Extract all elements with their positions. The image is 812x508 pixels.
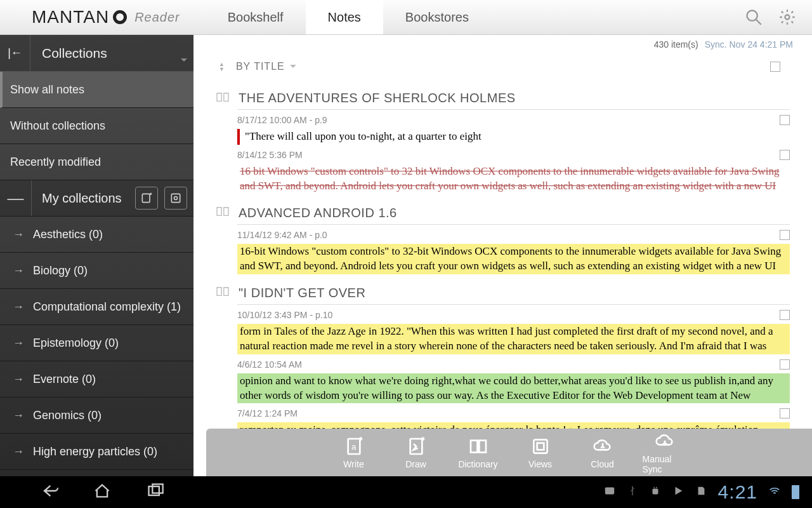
note-meta: 8/14/12 5:36 PM — [237, 150, 790, 160]
tray-sd-icon[interactable] — [695, 485, 707, 499]
note-meta: 4/6/12 10:54 AM — [237, 359, 790, 370]
arrow-right-icon: → — [13, 228, 24, 241]
system-clock: 4:21 — [718, 481, 757, 503]
arrow-right-icon: → — [13, 300, 24, 314]
svg-point-23 — [656, 487, 657, 488]
collection-item[interactable]: →Evernote (0) — [0, 361, 193, 398]
tab-label: Bookshelf — [228, 10, 284, 25]
sidebar-filter-item[interactable]: Show all notes — [0, 72, 193, 108]
svg-rect-21 — [652, 488, 658, 494]
toolbar-label: Dictionary — [458, 459, 497, 469]
note-item[interactable]: 8/17/12 10:00 AM - p.9"There will call u… — [237, 115, 790, 145]
toolbar-dictionary[interactable]: Dictionary — [456, 436, 501, 469]
search-icon[interactable] — [745, 8, 763, 26]
book-title: THE ADVENTURES OF SHERLOCK HOLMES — [239, 91, 790, 105]
note-checkbox[interactable] — [780, 310, 790, 320]
bottom-toolbar: aWrite Draw Dictionary Views Cloud Manua… — [206, 429, 812, 476]
collection-item[interactable]: →High energy particles (0) — [0, 434, 193, 470]
sidebar-title[interactable]: Collections — [30, 46, 193, 61]
book-header[interactable]: ADVANCED ANDROID 1.6 — [216, 206, 790, 220]
svg-point-0 — [747, 11, 757, 21]
tab-bookstores[interactable]: Bookstores — [383, 0, 491, 34]
collection-item[interactable]: →Computational complexity (1) — [0, 289, 193, 325]
android-system-bar: 4:21 — [0, 476, 812, 508]
tray-mail-icon[interactable] — [604, 485, 615, 499]
note-item[interactable]: 8/14/12 5:36 PM16 bit Windows "custom co… — [237, 150, 790, 194]
toolbar-write[interactable]: aWrite — [332, 436, 376, 469]
note-body: opinion and want to know what we're doin… — [237, 373, 790, 404]
add-collection-icon[interactable] — [135, 187, 158, 210]
brand-text: MANTAN — [32, 7, 109, 27]
note-checkbox[interactable] — [780, 115, 790, 125]
collection-label: Genomics (0) — [33, 409, 102, 422]
sort-by-dropdown[interactable]: BY TITLE — [236, 61, 296, 72]
arrow-right-icon: → — [13, 409, 24, 422]
collection-item[interactable]: →Epistemology (0) — [0, 325, 193, 361]
book-icon — [216, 286, 230, 300]
my-collections-header[interactable]: — My collections — [0, 180, 193, 217]
svg-rect-19 — [152, 485, 162, 493]
tray-android-icon[interactable] — [650, 485, 661, 499]
sort-bar: ▲▼ BY TITLE — [193, 54, 812, 79]
note-body: form in Tales of the Jazz Age in 1922. "… — [237, 324, 790, 354]
note-meta: 10/10/12 3:43 PM - p.10 — [237, 310, 790, 320]
recent-apps-icon[interactable] — [145, 482, 166, 502]
svg-rect-3 — [142, 194, 150, 202]
collection-label: Epistemology (0) — [33, 337, 119, 350]
sync-status[interactable]: Sync. Nov 24 4:21 PM — [705, 39, 793, 50]
svg-text:a: a — [351, 442, 357, 451]
sort-direction-icon[interactable]: ▲▼ — [219, 62, 225, 72]
gear-icon[interactable] — [778, 8, 796, 26]
book-header[interactable]: THE ADVENTURES OF SHERLOCK HOLMES — [216, 91, 790, 105]
notes-list[interactable]: THE ADVENTURES OF SHERLOCK HOLMES8/17/12… — [193, 79, 812, 476]
toolbar-draw[interactable]: Draw — [394, 436, 438, 469]
item-count: 430 item(s) — [654, 39, 698, 50]
collection-item[interactable]: →Biology (0) — [0, 253, 193, 289]
my-collections-label: My collections — [32, 191, 135, 206]
toolbar-label: Manual Sync — [643, 454, 687, 474]
system-nav — [38, 482, 166, 502]
collection-item[interactable]: →Aesthetics (0) — [0, 217, 193, 253]
tray-play-icon[interactable] — [672, 485, 684, 499]
note-meta: 7/4/12 1:24 PM — [237, 408, 790, 418]
logo-ring-icon — [113, 10, 127, 24]
note-checkbox[interactable] — [780, 359, 790, 370]
sidebar-filter-item[interactable]: Recently modified — [0, 144, 193, 180]
collection-label: Aesthetics (0) — [33, 228, 103, 241]
battery-icon — [792, 485, 799, 499]
tab-notes[interactable]: Notes — [306, 0, 383, 34]
back-icon[interactable] — [38, 482, 60, 502]
book-header[interactable]: "I DIDN'T GET OVER — [216, 286, 790, 300]
note-checkbox[interactable] — [780, 150, 790, 160]
svg-point-7 — [174, 197, 178, 200]
toolbar-manual-sync[interactable]: Manual Sync — [643, 431, 687, 474]
collapse-collections-icon[interactable]: — — [0, 180, 32, 216]
arrow-right-icon: → — [13, 337, 24, 350]
tray-usb-icon[interactable] — [627, 485, 638, 499]
svg-rect-16 — [534, 439, 547, 453]
home-icon[interactable] — [91, 482, 113, 502]
wifi-icon — [769, 485, 780, 499]
svg-rect-18 — [149, 486, 159, 495]
system-tray: 4:21 — [604, 481, 799, 503]
svg-line-1 — [756, 20, 761, 25]
tab-bookshelf[interactable]: Bookshelf — [206, 0, 306, 34]
note-checkbox[interactable] — [780, 408, 790, 418]
note-body: "There will call upon you to-night, at a… — [237, 129, 790, 145]
note-checkbox[interactable] — [780, 230, 790, 240]
toolbar-cloud[interactable]: Cloud — [580, 436, 625, 469]
select-all-checkbox[interactable] — [770, 62, 780, 72]
note-item[interactable]: 4/6/12 10:54 AMopinion and want to know … — [237, 359, 790, 404]
sidebar-filter-item[interactable]: Without collections — [0, 108, 193, 144]
note-meta: 11/14/12 9:42 AM - p.0 — [237, 230, 790, 240]
collection-item[interactable]: →Genomics (0) — [0, 398, 193, 434]
main-status-bar: 430 item(s) Sync. Nov 24 4:21 PM — [193, 35, 812, 54]
note-item[interactable]: 11/14/12 9:42 AM - p.016-bit Windows "cu… — [237, 230, 790, 274]
toolbar-label: Write — [343, 459, 363, 469]
collapse-sidebar-icon[interactable]: |← — [0, 35, 30, 71]
tab-label: Notes — [328, 10, 361, 25]
toolbar-views[interactable]: Views — [518, 436, 563, 469]
note-item[interactable]: 10/10/12 3:43 PM - p.10form in Tales of … — [237, 310, 790, 354]
book-title: "I DIDN'T GET OVER — [239, 286, 790, 300]
collection-settings-icon[interactable] — [164, 187, 187, 210]
